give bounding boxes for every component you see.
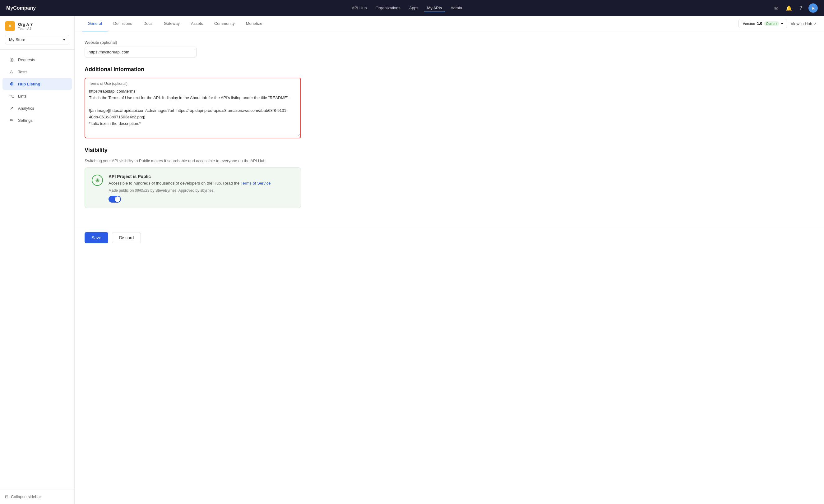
sidebar-item-label-hub-listing: Hub Listing xyxy=(18,82,40,86)
page-body: Website (optional) Additional Informatio… xyxy=(75,31,311,227)
visibility-description: Switching your API visibility to Public … xyxy=(85,158,301,163)
sidebar-item-analytics[interactable]: ↗ Analytics xyxy=(2,102,72,114)
tab-assets[interactable]: Assets xyxy=(185,16,209,31)
sidebar-item-hub-listing[interactable]: ⊕ Hub Listing xyxy=(2,78,72,90)
visibility-section: Visibility Switching your API visibility… xyxy=(85,147,301,208)
terms-of-service-link[interactable]: Terms of Service xyxy=(241,181,271,185)
app-layout: A Org A ▾ Team A1 My Store ▾ ◎ Requests xyxy=(0,16,824,504)
tab-general[interactable]: General xyxy=(82,16,108,31)
terms-container: Terms of Use (optional) https://rapidapi… xyxy=(85,78,301,138)
analytics-icon: ↗ xyxy=(9,105,14,111)
sidebar-navigation: ◎ Requests △ Tests ⊕ Hub Listing ⌥ Lints… xyxy=(0,50,74,489)
collapse-sidebar-icon: ⊟ xyxy=(5,494,8,499)
hub-listing-icon: ⊕ xyxy=(9,81,14,87)
external-link-icon: ↗ xyxy=(813,21,817,26)
visibility-card-desc: Accessible to hundreds of thousands of d… xyxy=(109,180,295,186)
website-field-group: Website (optional) xyxy=(85,40,301,57)
org-selector: A Org A ▾ Team A1 My Store ▾ xyxy=(0,16,74,50)
top-nav-icons: ✉ 🔔 ? R xyxy=(773,3,818,13)
version-label: Version xyxy=(742,21,755,26)
org-avatar: A xyxy=(5,21,15,31)
org-team: Team A1 xyxy=(18,27,33,30)
sidebar-item-requests[interactable]: ◎ Requests xyxy=(2,54,72,66)
current-badge: Current xyxy=(764,21,779,26)
collapse-sidebar-label: Collapse sidebar xyxy=(11,494,41,499)
visibility-info: API Project is Public Accessible to hund… xyxy=(109,174,295,203)
website-input[interactable] xyxy=(85,46,197,57)
requests-icon: ◎ xyxy=(9,57,14,62)
tab-actions: Version 1.0 Current ▾ View in Hub ↗ xyxy=(738,19,817,28)
help-icon[interactable]: ? xyxy=(798,4,804,12)
main-content: General Definitions Docs Gateway Assets … xyxy=(75,16,824,504)
visibility-title: Visibility xyxy=(85,147,301,153)
tab-bar: General Definitions Docs Gateway Assets … xyxy=(75,16,824,31)
nav-my-apis[interactable]: My APIs xyxy=(424,4,445,12)
tab-docs[interactable]: Docs xyxy=(138,16,158,31)
tab-monetize[interactable]: Monetize xyxy=(240,16,268,31)
sidebar-item-lints[interactable]: ⌥ Lints xyxy=(2,90,72,102)
user-avatar[interactable]: R xyxy=(809,3,818,13)
visibility-card: ⊕ API Project is Public Accessible to hu… xyxy=(85,167,301,208)
sidebar-item-settings[interactable]: ✏ Settings xyxy=(2,114,72,126)
sidebar-item-label-tests: Tests xyxy=(18,70,27,74)
top-navigation: MyCompany API Hub Organizations Apps My … xyxy=(0,0,824,16)
nav-organizations[interactable]: Organizations xyxy=(373,4,404,12)
visibility-icon-wrap: ⊕ xyxy=(91,174,104,186)
toggle-track[interactable] xyxy=(109,196,121,203)
org-info: A Org A ▾ Team A1 xyxy=(5,21,69,31)
org-text: Org A ▾ Team A1 xyxy=(18,22,33,30)
sidebar-item-label-settings: Settings xyxy=(18,118,33,123)
terms-label: Terms of Use (optional) xyxy=(85,78,300,87)
version-number: 1.0 xyxy=(757,21,762,26)
visibility-card-meta: Made public on 09/05/23 by SteveByrnes. … xyxy=(109,188,295,193)
sidebar-item-label-requests: Requests xyxy=(18,57,35,62)
sidebar-item-tests[interactable]: △ Tests xyxy=(2,66,72,78)
collapse-sidebar-button[interactable]: ⊟ Collapse sidebar xyxy=(5,494,69,499)
sidebar: A Org A ▾ Team A1 My Store ▾ ◎ Requests xyxy=(0,16,75,504)
view-in-hub-link[interactable]: View in Hub ↗ xyxy=(791,21,817,26)
messages-icon[interactable]: ✉ xyxy=(773,4,780,12)
sidebar-item-label-analytics: Analytics xyxy=(18,106,34,111)
store-label: My Store xyxy=(9,37,25,42)
tab-community[interactable]: Community xyxy=(209,16,240,31)
toggle-thumb xyxy=(115,197,120,202)
top-nav-links: API Hub Organizations Apps My APIs Admin xyxy=(48,4,765,12)
version-chevron-icon: ▾ xyxy=(781,21,783,26)
notifications-icon[interactable]: 🔔 xyxy=(785,4,793,12)
version-selector[interactable]: Version 1.0 Current ▾ xyxy=(738,19,787,28)
terms-textarea[interactable]: https://rapidapi.com/terms This is the T… xyxy=(85,87,300,137)
org-name[interactable]: Org A ▾ xyxy=(18,22,33,27)
tab-definitions[interactable]: Definitions xyxy=(108,16,138,31)
nav-admin[interactable]: Admin xyxy=(447,4,465,12)
visibility-card-title: API Project is Public xyxy=(109,174,295,179)
store-dropdown[interactable]: My Store ▾ xyxy=(5,35,69,44)
save-button[interactable]: Save xyxy=(85,232,108,243)
sidebar-bottom: ⊟ Collapse sidebar xyxy=(0,489,74,504)
discard-button[interactable]: Discard xyxy=(112,232,141,243)
website-label: Website (optional) xyxy=(85,40,301,45)
view-in-hub-label: View in Hub xyxy=(791,21,812,26)
visibility-toggle[interactable] xyxy=(109,196,121,203)
tabs: General Definitions Docs Gateway Assets … xyxy=(82,16,738,31)
brand-logo: MyCompany xyxy=(6,5,36,11)
tab-gateway[interactable]: Gateway xyxy=(158,16,185,31)
globe-icon: ⊕ xyxy=(92,175,103,186)
sidebar-item-label-lints: Lints xyxy=(18,94,26,99)
nav-apps[interactable]: Apps xyxy=(406,4,422,12)
nav-api-hub[interactable]: API Hub xyxy=(348,4,370,12)
tests-icon: △ xyxy=(9,69,14,75)
settings-icon: ✏ xyxy=(9,117,14,123)
store-dropdown-chevron-icon: ▾ xyxy=(63,37,65,42)
org-chevron-icon: ▾ xyxy=(30,22,33,27)
footer-actions: Save Discard xyxy=(75,227,824,248)
additional-info-title: Additional Information xyxy=(85,66,301,73)
lints-icon: ⌥ xyxy=(9,93,14,99)
